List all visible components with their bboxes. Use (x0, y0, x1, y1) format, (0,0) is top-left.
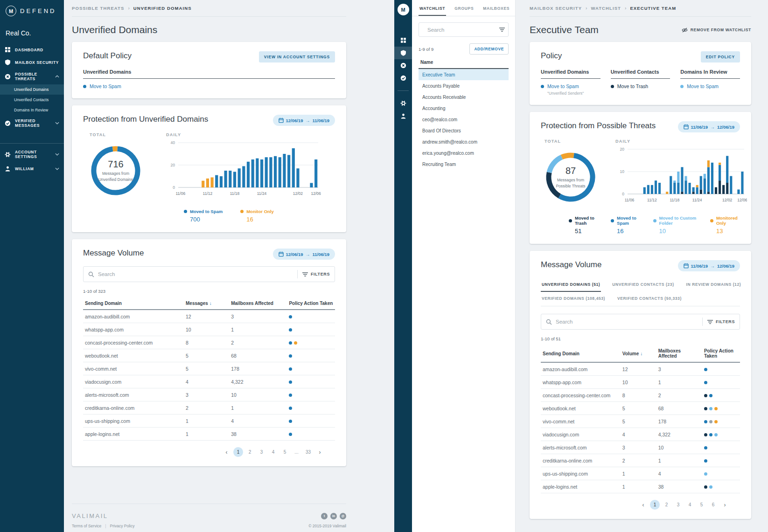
edit-policy-button[interactable]: EDIT POLICY (701, 51, 740, 62)
tab-verified-domains-108-453[interactable]: VERIFIED DOMAINS (108,453) (541, 292, 606, 306)
table-row[interactable]: vivo-comm.net5178 (541, 415, 740, 428)
add-remove-button[interactable]: ADD/REMOVE (469, 43, 509, 55)
page-button-3[interactable]: 3 (673, 500, 683, 510)
watchlist-filter-button[interactable] (499, 27, 505, 32)
policy-action-label[interactable]: Move to Spam (687, 83, 719, 89)
page-button-5[interactable]: 5 (280, 447, 290, 457)
list-item[interactable]: andrew.smith@realco.com (419, 136, 509, 147)
filters-button[interactable]: FILTERS (707, 319, 735, 325)
tab-verified-contacts-50-333[interactable]: VERIFIED CONTACTS (50,333) (616, 292, 683, 306)
breadcrumb-item[interactable]: WATCHLIST (591, 6, 621, 11)
email-icon[interactable]: @ (340, 513, 346, 519)
search-input[interactable] (556, 319, 698, 325)
sidebar-item-mailbox-security[interactable]: MAILBOX SECURITY (0, 56, 64, 69)
rail-item-person[interactable] (394, 110, 412, 122)
page-button-6[interactable]: 6 (708, 500, 718, 510)
footer-link-terms-of-service[interactable]: Terms of Service (72, 524, 101, 528)
page-button-2[interactable]: 2 (245, 447, 255, 457)
page-button-4[interactable]: 4 (685, 500, 695, 510)
policy-action-label[interactable]: Move to Spam (547, 83, 579, 89)
breadcrumb-item[interactable]: POSSIBLE THREATS (72, 6, 124, 11)
footer-link-privacy-policy[interactable]: Privacy Policy (110, 524, 135, 528)
list-item[interactable]: Accounting (419, 103, 509, 114)
table-row[interactable]: creditkarna-online.com21 (83, 401, 335, 415)
sidebar-subitem-unverified-domains[interactable]: Unverified Domains (0, 84, 64, 95)
table-row[interactable]: whatspp-app.com101 (83, 323, 335, 336)
tab-in-review-domains-12[interactable]: IN REVIEW DOMAINS (12) (685, 278, 742, 292)
column-header-mailboxes-affected[interactable]: Mailboxes Affected (656, 345, 702, 362)
sidebar-subitem-unverified-contacts[interactable]: Unverified Contacts (0, 95, 64, 105)
list-item[interactable]: Accounts Receivable (419, 91, 509, 103)
table-row[interactable]: viadocusign.com44,322 (541, 428, 740, 441)
rail-item-grid[interactable] (394, 34, 412, 47)
column-header-policy-action-taken[interactable]: Policy Action Taken (702, 345, 740, 362)
tab-unverified-contacts-23[interactable]: UNVERIFIED CONTACTS (23) (611, 278, 675, 292)
table-row[interactable]: alerts-microsoft.com310 (83, 388, 335, 401)
column-header-volume[interactable]: Volume↓ (621, 345, 656, 362)
watchlist-search-input[interactable] (427, 27, 499, 33)
previous-page-button[interactable]: ‹ (222, 447, 231, 457)
rail-item-gear[interactable] (394, 97, 412, 110)
list-item[interactable]: Recruiting Team (419, 159, 509, 170)
list-item[interactable]: erica.young@realco.com (419, 147, 509, 159)
date-range-pill[interactable]: 12/06/19 → 11/06/19 (273, 249, 335, 260)
table-row[interactable]: concast-processing-center.com82 (83, 336, 335, 349)
list-item[interactable]: Accounts Payable (419, 80, 509, 91)
sidebar-item-william[interactable]: WILLIAM (0, 162, 64, 175)
page-button-5[interactable]: 5 (697, 500, 706, 510)
remove-from-watchlist-button[interactable]: REMOVE FROM WATCHLIST (682, 28, 751, 33)
table-row[interactable]: whatspp-app.com101 (541, 376, 740, 389)
breadcrumb-item[interactable]: MAILBOX SECURITY (530, 6, 582, 11)
page-button-[interactable]: ... (292, 447, 301, 457)
linkedin-icon[interactable]: in (330, 513, 337, 519)
sidebar-item-verified-messages[interactable]: VERIFIED MESSAGES (0, 115, 64, 131)
next-page-button[interactable]: › (720, 500, 730, 510)
table-row[interactable]: ups-us-shipping.com14 (83, 415, 335, 428)
next-page-button[interactable]: › (315, 447, 325, 457)
tab-watchlist[interactable]: WATCHLIST (419, 0, 446, 16)
policy-action-label[interactable]: Move to Trash (617, 83, 649, 89)
list-item[interactable]: Executive Team (419, 69, 509, 80)
date-range-pill[interactable]: 11/06/19 → 12/06/19 (678, 260, 740, 271)
table-row[interactable]: concast-processing-center.com82 (541, 389, 740, 402)
table-row[interactable]: vivo-comm.net5178 (83, 362, 335, 375)
sidebar-item-possible-threats[interactable]: POSSIBLE THREATS (0, 69, 64, 84)
sidebar-subitem-domains-in-review[interactable]: Domains In Review (0, 105, 64, 115)
rail-item-shield[interactable] (394, 47, 412, 59)
table-row[interactable]: weboutlook.net568 (541, 402, 740, 415)
list-item[interactable]: ceo@realco.com (419, 114, 509, 125)
twitter-icon[interactable]: t (321, 513, 328, 519)
date-range-pill[interactable]: 11/06/19 → 12/06/19 (678, 121, 740, 132)
table-row[interactable]: apple-logins.net138 (541, 480, 740, 493)
page-button-1[interactable]: 1 (233, 447, 243, 457)
column-header-policy-action-taken[interactable]: Policy Action Taken (287, 297, 335, 310)
table-row[interactable]: weboutlook.net568 (83, 349, 335, 362)
rail-item-circle-x[interactable] (394, 59, 412, 72)
page-button-2[interactable]: 2 (662, 500, 671, 510)
column-header-sending-domain[interactable]: Sending Domain (83, 297, 184, 310)
table-row[interactable]: alerts-microsoft.com310 (541, 441, 740, 454)
table-row[interactable]: ups-us-shipping.com14 (541, 467, 740, 480)
rail-item-circle-check[interactable] (394, 72, 412, 84)
page-button-1[interactable]: 1 (650, 500, 660, 510)
tab-mailboxes[interactable]: MAILBOXES (482, 0, 510, 16)
column-header-sending-domain[interactable]: Sending Domain (541, 345, 621, 362)
table-row[interactable]: creditkarna-online.com21 (541, 454, 740, 467)
date-range-pill[interactable]: 12/06/19 → 11/06/19 (273, 115, 335, 126)
table-row[interactable]: amazon-audibill.com123 (541, 362, 740, 376)
column-header-mailboxes-affected[interactable]: Mailboxes Affected (229, 297, 287, 310)
page-button-4[interactable]: 4 (268, 447, 278, 457)
table-row[interactable]: apple-logins.net138 (83, 428, 335, 441)
tab-unverified-domains-51[interactable]: UNVERIFIED DOMAINS (51) (541, 278, 601, 292)
search-input[interactable] (98, 271, 293, 277)
tab-groups[interactable]: GROUPS (454, 0, 475, 16)
valimail-logo[interactable]: M (398, 4, 409, 15)
list-item[interactable]: Board Of Directors (419, 125, 509, 136)
previous-page-button[interactable]: ‹ (638, 500, 648, 510)
table-row[interactable]: viadocusign.com44,322 (83, 375, 335, 388)
table-row[interactable]: amazon-audibill.com123 (83, 310, 335, 323)
defend-logo[interactable]: M DEFEND (0, 0, 64, 21)
page-button-33[interactable]: 33 (303, 447, 313, 457)
column-header-messages[interactable]: Messages↓ (184, 297, 229, 310)
view-in-account-settings-button[interactable]: VIEW IN ACCOUNT SETTINGS (259, 51, 335, 62)
